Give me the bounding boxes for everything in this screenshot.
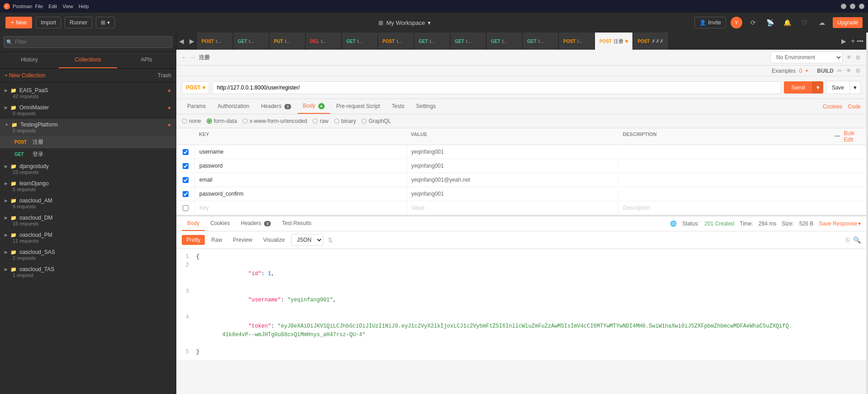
format-tab-visualize[interactable]: Visualize <box>259 235 289 245</box>
sidebar-item-get-login[interactable]: GET 登录 <box>0 148 176 160</box>
body-type-binary[interactable]: binary <box>334 118 356 124</box>
more-options-icon[interactable]: ••• <box>835 133 840 140</box>
eye-icon[interactable]: 👁 <box>846 54 852 61</box>
code-link[interactable]: Code <box>848 103 861 110</box>
request-tab[interactable]: GET t... <box>450 33 486 50</box>
list-item[interactable]: ▶ 📁 oascloud_SAS 2 requests <box>0 246 176 263</box>
workspace-button[interactable]: ⊞ My Workspace ▾ <box>375 18 434 28</box>
list-item[interactable]: ▶ 📁 learnDjango 5 requests <box>0 178 176 195</box>
bell-icon[interactable]: 🔔 <box>781 16 794 29</box>
bulk-edit-button[interactable]: Bulk Edit <box>844 130 862 143</box>
minimize-button[interactable]: ─ <box>841 4 846 9</box>
view-toggle-button[interactable]: ⊞ ▾ <box>96 17 115 28</box>
request-tab[interactable]: GET t... <box>523 33 559 50</box>
request-tab[interactable]: POST t... <box>378 33 414 50</box>
menu-help[interactable]: Help <box>79 4 89 9</box>
search-response-icon[interactable]: 🔍 <box>853 236 861 244</box>
save-button[interactable]: Save <box>826 81 849 94</box>
request-tab[interactable]: GET t... <box>486 33 523 50</box>
invite-button[interactable]: 👤 Invite <box>694 17 726 28</box>
subtab-headers[interactable]: Headers 9 <box>255 99 297 114</box>
body-type-urlencoded[interactable]: x-www-form-urlencoded <box>242 118 307 124</box>
resp-tab-headers[interactable]: Headers 9 <box>236 216 277 231</box>
menu-bar[interactable]: File Edit View Help <box>35 4 89 9</box>
sidebar-tab-collections[interactable]: Collections <box>59 52 118 68</box>
examples-count[interactable]: 0 <box>799 68 802 74</box>
new-collection-button[interactable]: + New Collection <box>5 72 45 79</box>
close-button[interactable]: ✕ <box>859 4 864 9</box>
format-tab-raw[interactable]: Raw <box>207 235 226 245</box>
list-item[interactable]: ▶ 📁 oascloud_PM 11 requests <box>0 229 176 246</box>
settings-icon[interactable]: ⚙ <box>855 54 861 61</box>
body-type-graphql[interactable]: GraphQL <box>361 118 391 124</box>
resp-tab-cookies[interactable]: Cookies <box>205 216 235 231</box>
more-tabs-button[interactable]: ••• <box>857 38 863 45</box>
cloud-icon[interactable]: ☁ <box>816 16 828 29</box>
window-controls[interactable]: ─ □ ✕ <box>841 4 864 9</box>
list-item[interactable]: ▼ 📁 TestingPlatform ★ 2 requests <box>0 119 176 136</box>
back-nav-icon[interactable]: ← <box>182 54 187 61</box>
sort-icon[interactable]: ⇅ <box>328 237 333 244</box>
request-tab-active[interactable]: POST 注册 <box>595 33 633 50</box>
menu-view[interactable]: View <box>62 4 73 9</box>
list-item[interactable]: ▶ 📁 oascloud_TAS 1 request <box>0 263 176 281</box>
menu-file[interactable]: File <box>35 4 43 9</box>
sidebar-tab-apis[interactable]: APIs <box>117 52 176 68</box>
body-type-none[interactable]: none <box>182 118 201 124</box>
subtab-pre-request[interactable]: Pre-request Script <box>331 99 386 114</box>
list-item[interactable]: ▶ 📁 OmniMaster ★ 0 requests <box>0 102 176 119</box>
preview-icon[interactable]: 👁 <box>846 67 852 74</box>
request-tab[interactable]: POST l... <box>559 33 595 50</box>
new-button[interactable]: + New <box>5 17 32 28</box>
request-tab[interactable]: GET t... <box>414 33 450 50</box>
request-tab[interactable]: PUT t... <box>269 33 306 50</box>
row-checkbox[interactable] <box>183 205 189 211</box>
save-response-button[interactable]: Save Response ▾ <box>819 220 861 227</box>
runner-button[interactable]: Runner <box>65 17 92 28</box>
copy-icon[interactable]: ⎘ <box>846 236 849 244</box>
resp-tab-test-results[interactable]: Test Results <box>276 216 316 231</box>
send-button[interactable]: Send <box>784 81 812 94</box>
save-dropdown-button[interactable]: ▾ <box>849 81 860 94</box>
format-select[interactable]: JSON XML HTML Text <box>291 234 323 246</box>
resp-tab-body[interactable]: Body <box>182 216 205 231</box>
list-item[interactable]: ▶ 📁 oascloud_AM 9 requests <box>0 195 176 212</box>
trash-button[interactable]: Trash <box>158 72 171 79</box>
format-tab-preview[interactable]: Preview <box>228 235 257 245</box>
list-item[interactable]: ▶ 📁 oascloud_DM 15 requests <box>0 212 176 229</box>
subtab-params[interactable]: Params <box>182 99 211 114</box>
maximize-button[interactable]: □ <box>850 4 855 9</box>
request-tab[interactable]: GET t... <box>233 33 269 50</box>
method-select[interactable]: POST ▾ <box>182 81 209 94</box>
list-item[interactable]: ▶ 📁 EAIS_PaaS ★ 42 requests <box>0 84 176 102</box>
subtab-settings[interactable]: Settings <box>411 99 441 114</box>
subtab-authorization[interactable]: Authorization <box>212 99 255 114</box>
environment-selector[interactable]: No Environment <box>770 52 843 63</box>
request-tab[interactable]: POST t... <box>197 33 233 50</box>
sidebar-item-post-register[interactable]: POST 注册 <box>0 136 176 148</box>
subtab-tests[interactable]: Tests <box>387 99 410 114</box>
panel-settings-icon[interactable]: ⚙ <box>855 67 861 74</box>
request-tab[interactable]: POST ✗✗✗ <box>633 33 669 50</box>
sidebar-tab-history[interactable]: History <box>0 52 59 68</box>
body-type-raw[interactable]: raw <box>312 118 328 124</box>
menu-edit[interactable]: Edit <box>48 4 57 9</box>
request-tab[interactable]: DEL t... <box>306 33 342 50</box>
row-checkbox[interactable] <box>183 163 189 169</box>
list-item[interactable]: ▶ 📁 djangostudy 23 requests <box>0 160 176 178</box>
send-dropdown-button[interactable]: ▾ <box>812 81 823 94</box>
satellite-icon[interactable]: 📡 <box>764 16 777 29</box>
row-checkbox[interactable] <box>183 191 189 197</box>
format-tab-pretty[interactable]: Pretty <box>182 235 205 245</box>
tab-nav-back[interactable]: ◀ <box>176 33 187 50</box>
tab-nav-right[interactable]: ▶ <box>839 38 849 45</box>
resize-handle[interactable] <box>866 33 868 394</box>
import-button[interactable]: Import <box>36 17 61 28</box>
heart-icon[interactable]: ♡ <box>798 16 811 29</box>
subtab-body[interactable]: Body ● <box>297 99 330 114</box>
cookies-link[interactable]: Cookies <box>823 103 842 110</box>
value-cell-empty[interactable]: Value <box>406 201 618 215</box>
description-cell-empty[interactable]: Description <box>618 201 830 215</box>
edit-icon[interactable]: ✏ <box>837 67 842 74</box>
search-input[interactable] <box>4 36 172 48</box>
